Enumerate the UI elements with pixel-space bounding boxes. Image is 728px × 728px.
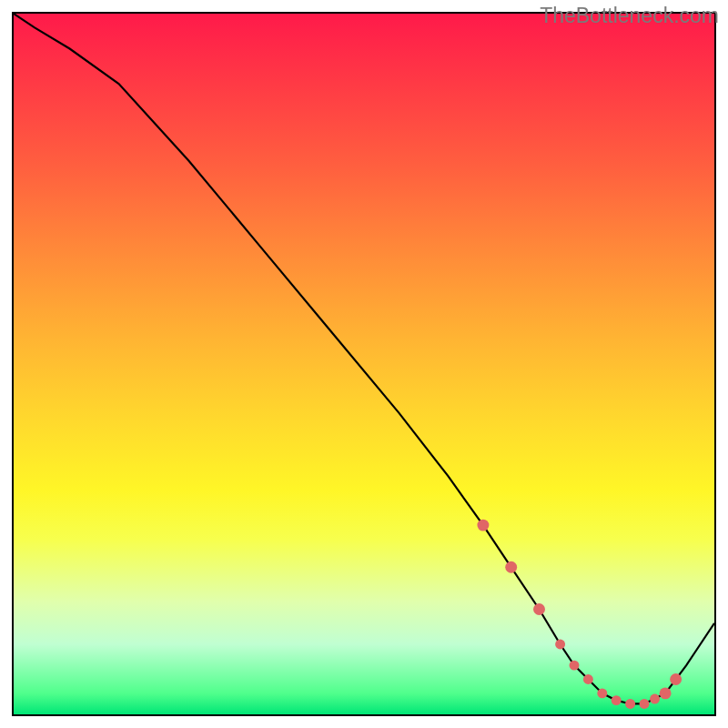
marker-dot: [660, 687, 672, 699]
marker-dot: [505, 561, 517, 573]
marker-dot: [533, 603, 545, 615]
marker-dot: [583, 674, 593, 684]
marker-dot: [555, 640, 565, 650]
marker-dot: [477, 520, 489, 531]
plot-area: [12, 12, 716, 716]
marker-dot: [570, 661, 580, 671]
bottleneck-curve: [14, 14, 714, 703]
marker-dot: [640, 699, 650, 709]
marker-dot: [625, 699, 635, 709]
curve-markers: [477, 520, 682, 709]
watermark-text: TheBottleneck.com: [540, 4, 719, 28]
curve-svg: [14, 14, 714, 714]
marker-dot: [597, 688, 607, 698]
marker-dot: [670, 673, 682, 685]
marker-dot: [650, 694, 660, 704]
marker-dot: [612, 695, 622, 705]
